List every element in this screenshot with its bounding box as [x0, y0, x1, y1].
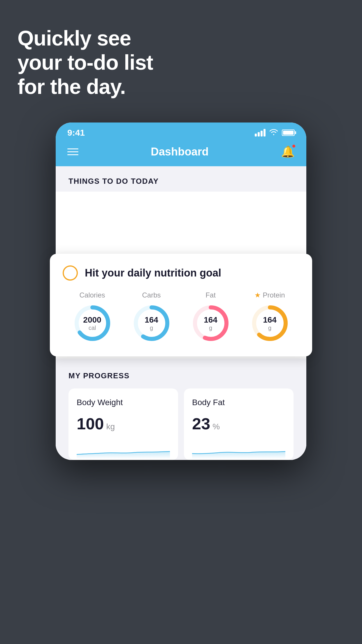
calories-label: Calories — [79, 291, 105, 299]
body-weight-unit: kg — [106, 422, 115, 431]
nutrition-row: Calories 2000 cal Carbs — [63, 291, 299, 344]
calories-donut: 2000 cal — [72, 303, 113, 344]
nutrition-protein: ★ Protein 164 g — [249, 291, 290, 344]
body-weight-title: Body Weight — [77, 398, 170, 407]
body-weight-chart — [77, 441, 170, 459]
carbs-donut: 164 g — [131, 303, 172, 344]
calories-value: 2000 cal — [83, 316, 101, 331]
card-title: Hit your daily nutrition goal — [85, 267, 221, 279]
hero-text: Quickly see your to-do list for the day. — [17, 26, 153, 99]
protein-value: 164 g — [263, 316, 277, 331]
notifications-button[interactable]: 🔔 — [281, 145, 295, 158]
nutrition-card: Hit your daily nutrition goal Calories 2… — [50, 254, 312, 356]
carbs-value: 164 g — [145, 316, 158, 331]
body-fat-chart — [192, 441, 285, 459]
status-time: 9:41 — [67, 128, 85, 138]
fat-label: Fat — [205, 291, 216, 299]
nav-title: Dashboard — [151, 146, 208, 158]
notification-dot — [292, 144, 296, 148]
body-fat-card[interactable]: Body Fat 23 % — [184, 388, 294, 460]
progress-section: MY PROGRESS Body Weight 100 kg — [56, 358, 306, 460]
status-icons — [255, 128, 295, 137]
card-incomplete-circle[interactable] — [63, 265, 78, 281]
menu-button[interactable] — [67, 148, 78, 155]
carbs-label: Carbs — [142, 291, 161, 299]
signal-icon — [255, 129, 266, 136]
body-weight-value: 100 — [77, 414, 104, 433]
battery-icon — [282, 130, 295, 136]
progress-cards: Body Weight 100 kg — [68, 388, 294, 460]
protein-star-icon: ★ — [254, 291, 261, 299]
fat-value: 164 g — [204, 316, 217, 331]
body-fat-value-row: 23 % — [192, 414, 285, 433]
body-fat-title: Body Fat — [192, 398, 285, 407]
things-to-do-header: THINGS TO DO TODAY — [56, 166, 306, 192]
body-fat-unit: % — [212, 422, 220, 431]
body-weight-card[interactable]: Body Weight 100 kg — [68, 388, 178, 460]
fat-donut: 164 g — [190, 303, 231, 344]
nutrition-calories: Calories 2000 cal — [72, 291, 113, 344]
body-fat-value: 23 — [192, 414, 210, 433]
wifi-icon — [269, 128, 278, 137]
protein-donut: 164 g — [249, 303, 290, 344]
body-weight-value-row: 100 kg — [77, 414, 170, 433]
progress-title: MY PROGRESS — [68, 371, 294, 380]
protein-label: ★ Protein — [254, 291, 285, 299]
card-title-row: Hit your daily nutrition goal — [63, 265, 299, 281]
nav-bar: Dashboard 🔔 — [56, 141, 306, 166]
nutrition-fat: Fat 164 g — [190, 291, 231, 344]
nutrition-carbs: Carbs 164 g — [131, 291, 172, 344]
status-bar: 9:41 — [56, 123, 306, 141]
